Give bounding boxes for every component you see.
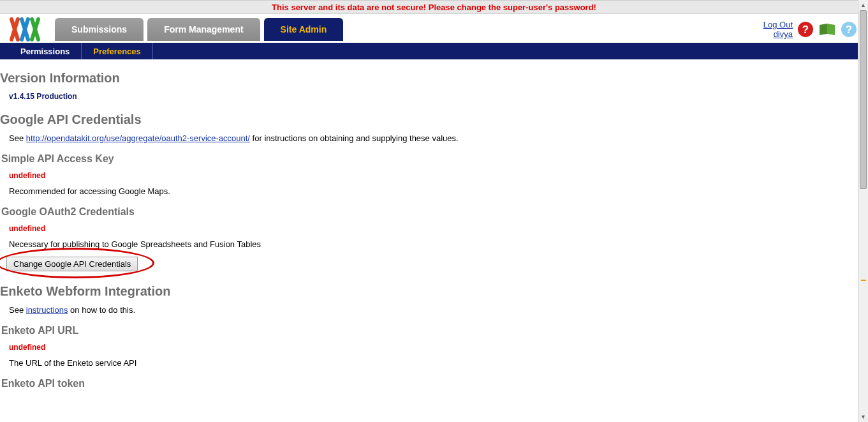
scroll-up-arrow[interactable]: ▲ — [858, 0, 868, 10]
tab-submissions[interactable]: Submissions — [55, 18, 143, 41]
simple-key-value: undefined — [0, 171, 868, 180]
header: Submissions Form Management Site Admin L… — [0, 14, 868, 43]
subtab-preferences[interactable]: Preferences — [81, 43, 152, 59]
sub-nav: Permissions Preferences — [0, 43, 868, 59]
warning-text: This server and its data are not secure!… — [272, 3, 596, 12]
google-intro: See http://opendatakit.org/use/aggregate… — [0, 133, 868, 143]
svg-text:?: ? — [846, 24, 852, 36]
enketo-url-desc: The URL of the Enketo service API — [0, 358, 868, 368]
main-tabs: Submissions Form Management Site Admin — [55, 18, 343, 41]
book-icon[interactable] — [818, 20, 836, 38]
change-google-credentials-button[interactable]: Change Google API Credentials — [6, 257, 138, 271]
warning-bar: This server and its data are not secure!… — [0, 0, 868, 14]
simple-key-heading: Simple API Access Key — [0, 153, 868, 165]
logout-link[interactable]: Log Out — [763, 20, 793, 29]
version-value: v1.4.15 Production — [0, 92, 868, 101]
simple-key-desc: Recommended for accessing Google Maps. — [0, 186, 868, 196]
google-heading: Google API Credentials — [0, 112, 868, 127]
tab-site-admin[interactable]: Site Admin — [264, 18, 344, 41]
scroll-marker — [861, 280, 866, 281]
username-link[interactable]: divya — [763, 29, 793, 39]
header-right: Log Out divya ? ? — [763, 20, 863, 39]
vertical-scrollbar[interactable]: ▲ ▼ — [858, 0, 868, 409]
odk-logo — [5, 16, 45, 43]
user-links: Log Out divya — [763, 20, 793, 39]
enketo-heading: Enketo Webform Integration — [0, 284, 868, 299]
oauth-heading: Google OAuth2 Credentials — [0, 206, 868, 218]
help-blue-icon[interactable]: ? — [840, 20, 858, 38]
enketo-instructions-link[interactable]: instructions — [26, 305, 68, 315]
subtab-permissions[interactable]: Permissions — [9, 43, 81, 59]
oauth-desc: Necessary for publishing to Google Sprea… — [0, 239, 868, 249]
content: Version Information v1.4.15 Production G… — [0, 71, 868, 409]
tab-form-management[interactable]: Form Management — [147, 18, 260, 41]
oauth-value: undefined — [0, 224, 868, 233]
help-red-icon[interactable]: ? — [797, 20, 814, 38]
oauth-doc-link[interactable]: http://opendatakit.org/use/aggregate/oau… — [26, 133, 250, 143]
enketo-intro: See instructions on how to do this. — [0, 305, 868, 315]
enketo-url-heading: Enketo API URL — [0, 325, 868, 336]
google-button-row: Change Google API Credentials — [0, 257, 868, 271]
version-heading: Version Information — [0, 71, 868, 86]
scroll-thumb[interactable] — [860, 10, 867, 189]
enketo-token-heading: Enketo API token — [0, 378, 868, 389]
svg-text:?: ? — [802, 24, 809, 36]
enketo-url-value: undefined — [0, 343, 868, 352]
